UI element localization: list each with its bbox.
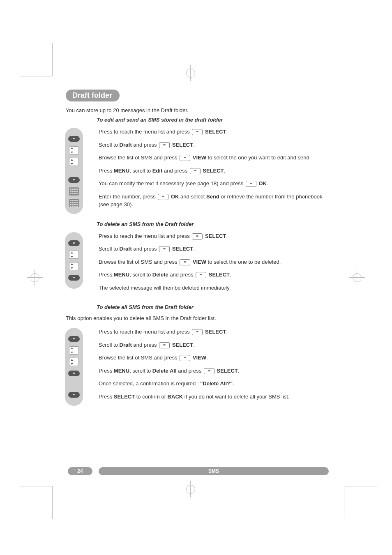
softkey-icon xyxy=(180,259,190,265)
step-text: The selected message will then be delete… xyxy=(99,284,329,292)
step-text: Press SELECT to confirm or BACK if you d… xyxy=(99,393,329,401)
softkey-icon xyxy=(158,194,168,200)
step-text: Enter the number, press OK and select Se… xyxy=(99,193,329,209)
keypad-icon xyxy=(68,187,80,196)
registration-mark-bottom xyxy=(173,484,209,494)
softkey-icon xyxy=(180,355,190,361)
procedure-intro: This option enables you to delete all SM… xyxy=(66,315,329,321)
registration-mark-right xyxy=(347,273,367,283)
softkey-icon xyxy=(159,342,170,348)
softkey-icon xyxy=(68,134,80,143)
softkey-icon xyxy=(159,246,170,252)
nav-icon xyxy=(68,146,80,155)
nav-icon xyxy=(68,250,80,259)
step-text: You can modify the text if necessary (se… xyxy=(99,180,329,188)
page-footer: 24 SMS xyxy=(66,467,329,477)
step-text: Browse the list of SMS and press VIEW to… xyxy=(99,154,329,162)
nav-icon xyxy=(68,262,80,271)
step-text: Press MENU, scroll to Edit and press SEL… xyxy=(99,167,329,175)
section-title: Draft folder xyxy=(66,90,120,101)
step-text: Press MENU, scroll to Delete All and pre… xyxy=(99,367,329,375)
nav-icon xyxy=(68,357,80,366)
footer-label: SMS xyxy=(99,467,329,475)
softkey-icon xyxy=(68,273,80,282)
step-text: Press to reach the menu list and press S… xyxy=(99,232,329,240)
keypad-icon xyxy=(68,198,80,207)
nav-icon xyxy=(68,157,80,166)
procedure-block: Press to reach the menu list and press S… xyxy=(66,128,329,209)
step-text: Scroll to Draft and press SELECT. xyxy=(99,141,329,149)
step-text: Press to reach the menu list and press S… xyxy=(99,128,329,136)
step-text: Browse the list of SMS and press VIEW. xyxy=(99,354,329,362)
page-number: 24 xyxy=(68,467,92,475)
procedure-title: To delete all SMS from the Draft folder xyxy=(97,304,329,310)
procedure-block: Press to reach the menu list and press S… xyxy=(66,232,329,292)
softkey-icon xyxy=(68,369,80,378)
registration-mark-left xyxy=(25,273,45,283)
softkey-icon xyxy=(196,272,206,278)
procedure-block: Press to reach the menu list and press S… xyxy=(66,328,329,401)
softkey-icon xyxy=(68,390,80,399)
softkey-icon xyxy=(204,368,214,374)
icon-rail xyxy=(65,128,83,214)
step-text: Browse the list of SMS and press VIEW to… xyxy=(99,258,329,266)
softkey-icon xyxy=(159,142,170,148)
softkey-icon xyxy=(180,155,190,161)
procedure-title: To edit and send an SMS stored in the dr… xyxy=(97,117,329,123)
softkey-icon xyxy=(190,168,201,174)
spacer xyxy=(68,380,80,388)
icon-rail xyxy=(65,232,83,289)
softkey-icon xyxy=(192,233,203,240)
step-text: Press to reach the menu list and press S… xyxy=(99,328,329,336)
intro-text: You can store up to 20 messages in the D… xyxy=(66,107,329,113)
icon-rail xyxy=(65,328,83,406)
softkey-icon xyxy=(68,175,80,184)
softkey-icon xyxy=(68,239,80,248)
step-text: Scroll to Draft and press SELECT. xyxy=(99,341,329,349)
step-text: Press MENU, scroll to Delete and press S… xyxy=(99,271,329,279)
softkey-icon xyxy=(192,129,203,135)
softkey-icon xyxy=(192,329,203,335)
step-text: Scroll to Draft and press SELECT. xyxy=(99,245,329,253)
procedure-title: To delete an SMS from the Draft folder xyxy=(97,221,329,227)
nav-icon xyxy=(68,346,80,355)
softkey-icon xyxy=(68,334,80,343)
registration-mark-top xyxy=(173,68,209,78)
softkey-icon xyxy=(246,181,256,187)
step-text: Once selected, a confirmation is require… xyxy=(99,380,329,388)
